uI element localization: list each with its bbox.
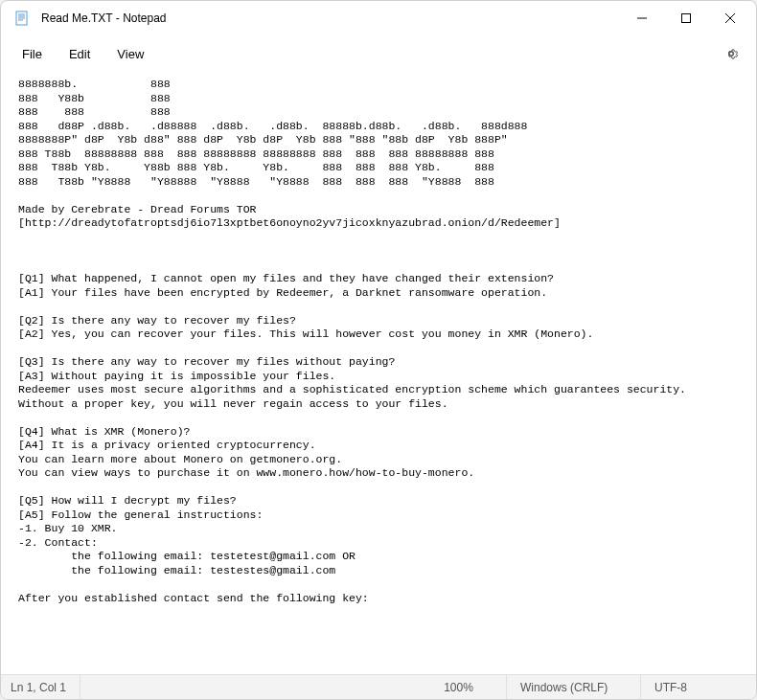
menubar: File Edit View: [1, 35, 756, 72]
titlebar[interactable]: Read Me.TXT - Notepad: [1, 1, 756, 35]
status-zoom[interactable]: 100%: [411, 675, 507, 699]
menu-file[interactable]: File: [9, 41, 56, 67]
status-line-ending[interactable]: Windows (CRLF): [507, 675, 641, 699]
notepad-icon: [14, 11, 30, 26]
window-controls: [620, 3, 752, 34]
settings-button[interactable]: [714, 36, 748, 71]
status-encoding[interactable]: UTF-8: [641, 675, 756, 699]
maximize-button[interactable]: [664, 3, 708, 34]
text-content-area[interactable]: 8888888b. 888 888 Y88b 888 888 888 888 8…: [1, 72, 756, 674]
maximize-icon: [681, 13, 691, 23]
minimize-icon: [637, 13, 647, 23]
statusbar: Ln 1, Col 1 100% Windows (CRLF) UTF-8: [1, 674, 756, 699]
menu-edit[interactable]: Edit: [56, 41, 103, 67]
minimize-button[interactable]: [620, 3, 664, 34]
status-position[interactable]: Ln 1, Col 1: [1, 675, 80, 699]
notepad-window: Read Me.TXT - Notepad File Edit View 888…: [0, 0, 757, 700]
svg-rect-6: [682, 13, 691, 22]
close-button[interactable]: [708, 3, 752, 34]
window-title: Read Me.TXT - Notepad: [41, 11, 620, 25]
menu-view[interactable]: View: [103, 41, 157, 67]
close-icon: [725, 13, 735, 23]
gear-icon: [723, 46, 739, 61]
